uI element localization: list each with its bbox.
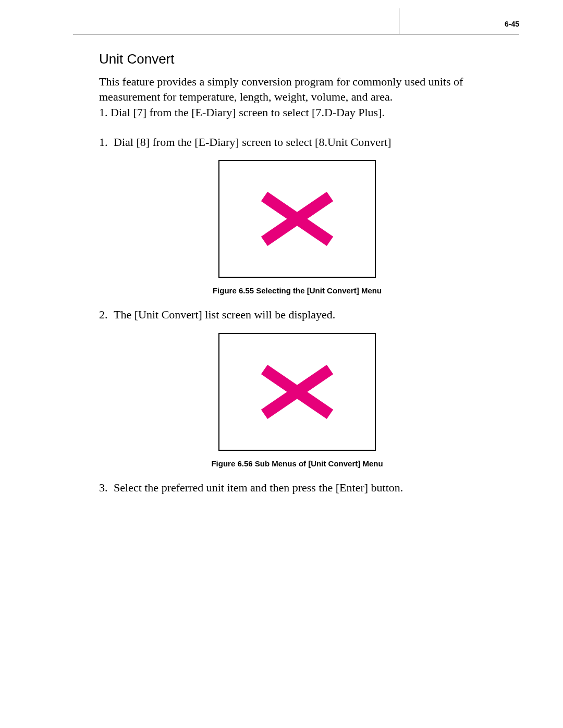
intro-line-2: 1. Dial [7] from the [E-Diary] screen to… [99,105,495,120]
figure-1: Figure 6.55 Selecting the [Unit Convert]… [99,160,495,295]
header-divider [399,8,399,34]
step-number: 1. [99,135,114,150]
step-2: 2. The [Unit Convert] list screen will b… [99,307,495,323]
intro-block: This feature provides a simply conversio… [99,75,495,120]
page-number: 6-45 [505,20,519,28]
step-number: 2. [99,307,114,323]
step-1: 1. Dial [8] from the [E-Diary] screen to… [99,135,495,150]
figure-box [218,333,376,451]
figure-2: Figure 6.56 Sub Menus of [Unit Convert] … [99,333,495,468]
header-rule [73,34,519,34]
broken-image-icon [258,190,336,248]
section-title: Unit Convert [99,51,495,67]
step-text: Select the preferred unit item and then … [114,480,403,496]
figure-caption: Figure 6.56 Sub Menus of [Unit Convert] … [99,459,495,468]
figure-caption: Figure 6.55 Selecting the [Unit Convert]… [99,286,495,295]
step-text: Dial [8] from the [E-Diary] screen to se… [114,135,391,150]
page-header: 6-45 [73,20,519,31]
figure-box [218,160,376,278]
step-number: 3. [99,480,114,496]
intro-line-1: This feature provides a simply conversio… [99,75,495,104]
page-content: Unit Convert This feature provides a sim… [99,51,495,506]
step-text: The [Unit Convert] list screen will be d… [114,307,335,323]
broken-image-icon [258,363,336,421]
step-3: 3. Select the preferred unit item and th… [99,480,495,496]
